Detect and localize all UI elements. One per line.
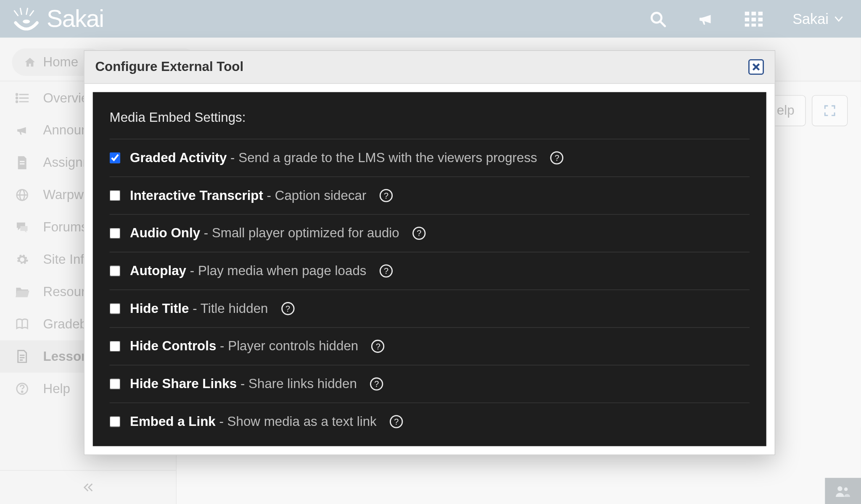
checkbox-interactive-transcript[interactable] [110, 190, 121, 201]
option-label: Interactive Transcript [130, 188, 263, 203]
checkbox-embed-link[interactable] [110, 416, 121, 427]
help-icon[interactable]: ? [550, 151, 563, 164]
option-desc: Send a grade to the LMS with the viewers… [238, 150, 537, 165]
checkbox-audio-only[interactable] [110, 228, 121, 239]
checkbox-hide-controls[interactable] [110, 341, 121, 352]
modal-header: Configure External Tool [85, 51, 775, 84]
modal-title: Configure External Tool [95, 59, 243, 75]
option-hide-share-links: Hide Share Links - Share links hidden ? [110, 365, 750, 403]
option-audio-only: Audio Only - Small player optimized for … [110, 214, 750, 252]
help-icon[interactable]: ? [370, 378, 383, 391]
close-icon [752, 63, 761, 71]
modal-close-button[interactable] [748, 59, 764, 75]
option-label: Audio Only [130, 226, 200, 241]
option-label: Autoplay [130, 263, 186, 278]
help-icon[interactable]: ? [380, 189, 393, 202]
option-label: Hide Share Links [130, 376, 237, 391]
help-icon[interactable]: ? [372, 340, 385, 353]
help-icon[interactable]: ? [281, 302, 294, 315]
option-graded-activity: Graded Activity - Send a grade to the LM… [110, 139, 750, 176]
checkbox-hide-share-links[interactable] [110, 378, 121, 389]
option-desc: Player controls hidden [228, 339, 358, 354]
option-desc: Title hidden [201, 301, 268, 316]
modal: Configure External Tool Media Embed Sett… [84, 50, 775, 455]
option-label: Embed a Link [130, 414, 216, 429]
option-label: Graded Activity [130, 150, 227, 165]
checkbox-graded-activity[interactable] [110, 152, 121, 163]
settings-panel: Media Embed Settings: Graded Activity - … [93, 92, 766, 446]
option-desc: Show media as a text link [227, 414, 377, 429]
option-hide-title: Hide Title - Title hidden ? [110, 289, 750, 327]
option-desc: Play media when page loads [198, 263, 367, 278]
option-interactive-transcript: Interactive Transcript - Caption sidecar… [110, 176, 750, 214]
option-label: Hide Title [130, 301, 189, 316]
settings-panel-title: Media Embed Settings: [110, 110, 750, 126]
checkbox-hide-title[interactable] [110, 303, 121, 314]
option-autoplay: Autoplay - Play media when page loads ? [110, 252, 750, 290]
option-desc: Share links hidden [248, 376, 357, 391]
option-desc: Small player optimized for audio [212, 226, 399, 241]
help-icon[interactable]: ? [412, 227, 425, 240]
help-icon[interactable]: ? [390, 415, 403, 428]
option-label: Hide Controls [130, 339, 216, 354]
checkbox-autoplay[interactable] [110, 265, 121, 276]
option-embed-link: Embed a Link - Show media as a text link… [110, 402, 750, 440]
option-desc: Caption sidecar [275, 188, 367, 203]
help-icon[interactable]: ? [380, 264, 393, 277]
option-hide-controls: Hide Controls - Player controls hidden ? [110, 327, 750, 365]
